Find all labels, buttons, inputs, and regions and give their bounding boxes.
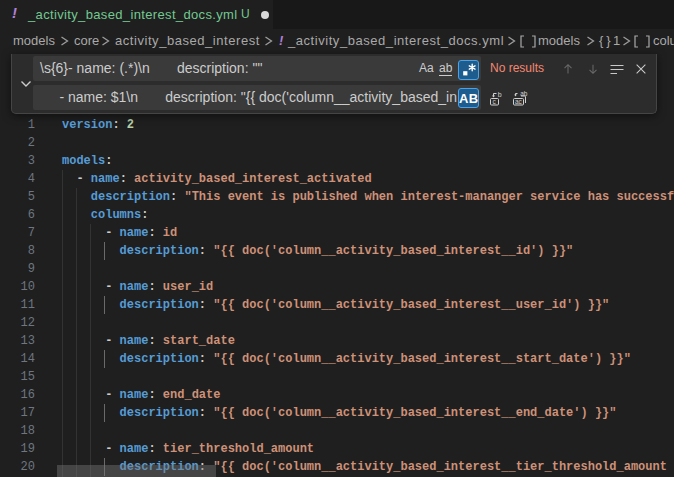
- svg-text:ac: ac: [515, 98, 523, 105]
- svg-text:ab: ab: [520, 90, 528, 97]
- svg-text:b: b: [498, 90, 502, 97]
